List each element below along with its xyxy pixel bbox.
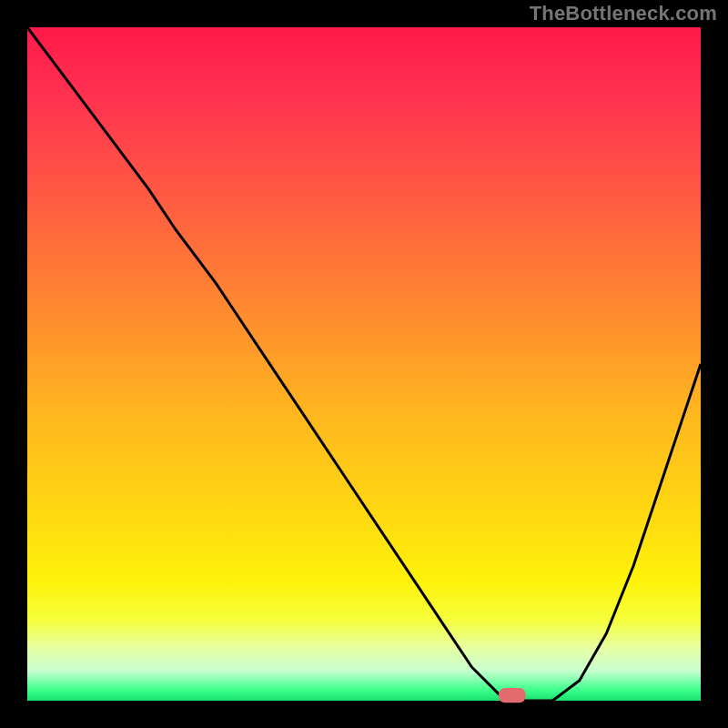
optimum-marker bbox=[499, 688, 526, 703]
chart-frame: TheBottleneck.com bbox=[0, 0, 728, 728]
bottleneck-chart bbox=[0, 0, 728, 728]
plot-background bbox=[27, 27, 701, 701]
